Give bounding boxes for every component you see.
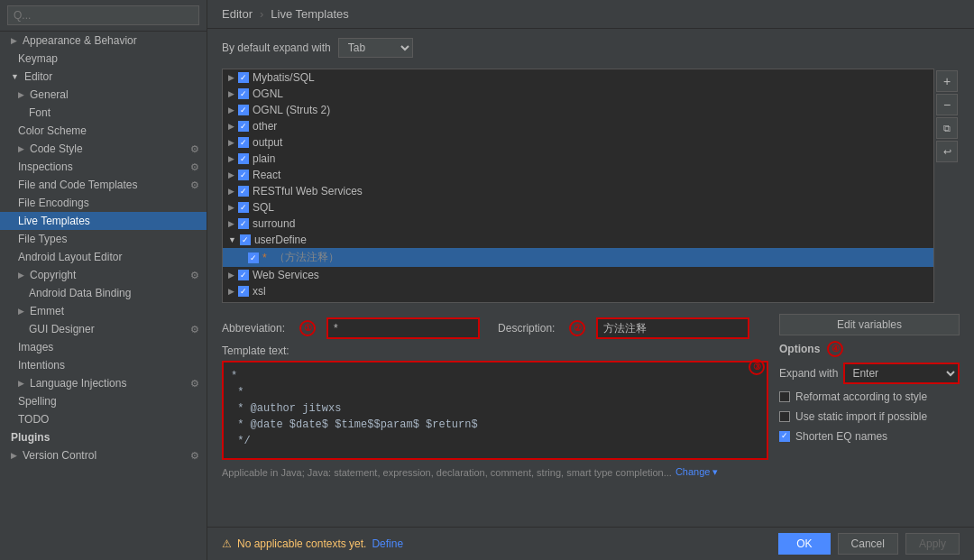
template-text-area[interactable]: * * * @author jitwxs * @date $date$ $tim… [222, 361, 768, 460]
sidebar-item-android-layout[interactable]: Android Layout Editor [0, 248, 207, 266]
search-box [0, 0, 207, 32]
footer-warning: ⚠ No applicable contexts yet. Define [222, 537, 403, 550]
tl-group-zencss[interactable]: ▶ Zen CSS [223, 299, 933, 303]
edit-variables-button[interactable]: Edit variables [779, 314, 960, 335]
sidebar-item-emmet[interactable]: ▶ Emmet [0, 302, 207, 320]
sidebar-item-keymap[interactable]: Keymap [0, 50, 207, 68]
settings-icon: ⚙ [190, 161, 199, 173]
shorten-eq-checkbox[interactable] [779, 431, 790, 442]
static-import-checkbox[interactable] [779, 411, 790, 422]
tl-group-xsl[interactable]: ▶ xsl [223, 283, 933, 299]
arrow-icon: ▶ [11, 451, 17, 460]
sidebar-item-todo[interactable]: TODO [0, 410, 207, 428]
group-label: xsl [253, 285, 266, 298]
checkbox-mybatis[interactable] [238, 72, 249, 83]
arrow-icon: ▶ [228, 122, 234, 131]
tl-group-ognl[interactable]: ▶ OGNL [223, 86, 933, 102]
cancel-button[interactable]: Cancel [838, 533, 898, 555]
breadcrumb-current: Live Templates [271, 7, 348, 21]
abbreviation-input[interactable] [326, 317, 480, 339]
sidebar-item-file-encodings[interactable]: File Encodings [0, 194, 207, 212]
arrow-icon: ▶ [228, 106, 234, 115]
group-label: Mybatis/SQL [253, 71, 315, 84]
remove-button[interactable]: − [936, 94, 958, 115]
checkbox-other[interactable] [238, 121, 249, 132]
shorten-eq-row: Shorten EQ names [779, 429, 960, 444]
define-link[interactable]: Define [372, 537, 403, 550]
checkbox-surround[interactable] [238, 218, 249, 229]
checkbox-xsl[interactable] [238, 286, 249, 297]
group-label: Web Services [253, 269, 319, 281]
tl-group-surround[interactable]: ▶ surround [223, 216, 933, 232]
arrow-icon: ▶ [228, 287, 234, 296]
sidebar-item-inspections[interactable]: Inspections ⚙ [0, 158, 207, 176]
template-list[interactable]: ▶ Mybatis/SQL ▶ OGNL ▶ OGNL (Struts 2) [222, 69, 934, 303]
reformat-checkbox[interactable] [779, 391, 790, 402]
ok-button[interactable]: OK [778, 533, 830, 555]
sidebar-item-appearance[interactable]: ▶ Appearance & Behavior [0, 32, 207, 50]
sidebar-item-code-style[interactable]: ▶ Code Style ⚙ [0, 140, 207, 158]
sidebar-item-color-scheme[interactable]: Color Scheme [0, 122, 207, 140]
expand-with-select[interactable]: Tab Enter Space [338, 38, 413, 58]
checkbox-sql[interactable] [238, 202, 249, 213]
breadcrumb-separator: › [260, 7, 263, 21]
checkbox-output[interactable] [238, 137, 249, 148]
checkbox-restful[interactable] [238, 186, 249, 197]
sidebar-item-language-injections[interactable]: ▶ Language Injections ⚙ [0, 374, 207, 392]
checkbox-zencss[interactable] [238, 302, 249, 303]
sidebar-item-live-templates[interactable]: Live Templates [0, 212, 207, 230]
template-text-label: Template text: [222, 344, 768, 357]
tl-group-other[interactable]: ▶ other [223, 118, 933, 134]
tl-group-ognl-struts[interactable]: ▶ OGNL (Struts 2) [223, 102, 933, 118]
sidebar-item-copyright[interactable]: ▶ Copyright ⚙ [0, 266, 207, 284]
change-link[interactable]: Change ▾ [675, 466, 719, 478]
checkbox-react[interactable] [238, 170, 249, 180]
apply-button[interactable]: Apply [905, 533, 960, 555]
tl-item-userdefine-star[interactable]: * （方法注释） [223, 248, 933, 267]
sidebar-item-android-data[interactable]: Android Data Binding [0, 284, 207, 302]
sidebar-item-version-control[interactable]: ▶ Version Control ⚙ [0, 446, 207, 464]
add-button[interactable]: + [936, 70, 958, 92]
tl-group-webservices[interactable]: ▶ Web Services [223, 267, 933, 283]
copy-button[interactable]: ⧉ [936, 117, 958, 139]
checkbox-ognl[interactable] [238, 88, 249, 99]
breadcrumb-parent: Editor [222, 7, 253, 21]
tl-group-react[interactable]: ▶ React [223, 167, 933, 183]
search-input[interactable] [7, 5, 199, 25]
arrow-icon: ▶ [228, 154, 234, 163]
expand-with-options-select[interactable]: Enter Tab Space [843, 363, 960, 384]
description-input[interactable] [596, 317, 749, 339]
sidebar-item-gui-designer[interactable]: GUI Designer ⚙ [0, 320, 207, 338]
tl-group-plain[interactable]: ▶ plain [223, 151, 933, 167]
tl-group-mybatis[interactable]: ▶ Mybatis/SQL [223, 69, 933, 86]
sidebar-item-images[interactable]: Images [0, 338, 207, 356]
settings-icon: ⚙ [190, 378, 199, 390]
sidebar-item-spelling[interactable]: Spelling [0, 392, 207, 410]
checkbox-plain[interactable] [238, 153, 249, 164]
bottom-section: Abbreviation: ① Description: ② Template … [222, 314, 960, 478]
template-list-section: ▶ Mybatis/SQL ▶ OGNL ▶ OGNL (Struts 2) [222, 69, 960, 303]
checkbox-ognl-struts[interactable] [238, 105, 249, 115]
restore-button[interactable]: ↩ [936, 141, 958, 162]
warning-text: No applicable contexts yet. [237, 537, 366, 550]
options-marker: ④ [827, 341, 843, 357]
tl-group-userdefine[interactable]: ▼ userDefine [223, 232, 933, 248]
group-label: output [253, 136, 282, 149]
sidebar-item-plugins[interactable]: Plugins [0, 428, 207, 446]
tl-group-output[interactable]: ▶ output [223, 134, 933, 151]
checkbox-webservices[interactable] [238, 270, 249, 280]
template-marker: ③ [749, 359, 765, 375]
group-label: other [253, 120, 277, 133]
settings-icon: ⚙ [190, 179, 199, 191]
sidebar-item-file-code-templates[interactable]: File and Code Templates ⚙ [0, 176, 207, 194]
tl-group-sql[interactable]: ▶ SQL [223, 199, 933, 216]
sidebar-item-editor[interactable]: ▼ Editor [0, 68, 207, 86]
checkbox-userdefine[interactable] [240, 234, 251, 245]
sidebar-item-font[interactable]: Font [0, 104, 207, 122]
arrow-icon: ▶ [18, 379, 24, 388]
sidebar-item-file-types[interactable]: File Types [0, 230, 207, 248]
tl-group-restful[interactable]: ▶ RESTful Web Services [223, 183, 933, 199]
sidebar-item-intentions[interactable]: Intentions [0, 356, 207, 374]
sidebar-item-general[interactable]: ▶ General [0, 86, 207, 104]
checkbox-star[interactable] [248, 252, 259, 263]
